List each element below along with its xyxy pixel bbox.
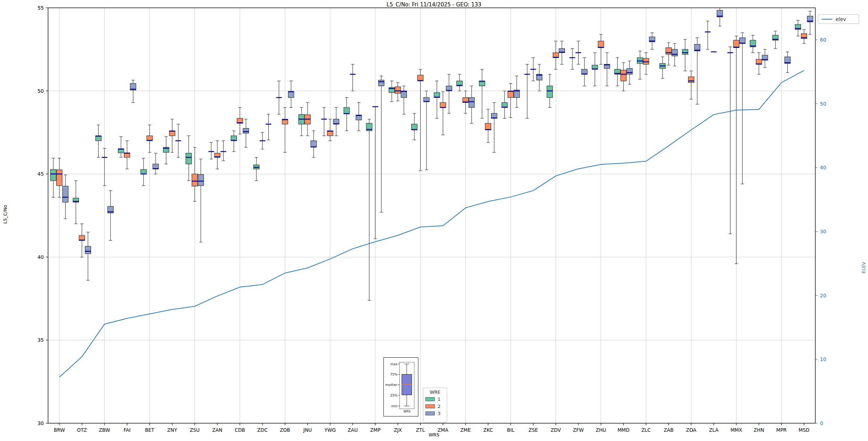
box-ZHU-wre2: [598, 41, 604, 48]
ytick-right-30: 30: [820, 229, 826, 234]
box-ZSU-wre3: [198, 175, 204, 186]
ytick-right-40: 40: [820, 165, 826, 170]
box-MMD-wre2: [621, 70, 626, 81]
box-BRW-wre2: [57, 170, 62, 186]
station-ZFW: [569, 41, 587, 86]
wre-legend: WRE 1 2 3: [423, 388, 447, 423]
box-ZMP-wre3: [378, 80, 384, 86]
ytick-left-40: 40: [37, 254, 44, 260]
station-FAI: [118, 80, 136, 169]
wre2-label: 2: [438, 404, 440, 409]
axes: 3035404550550102030405060BRWOTZZBWFAIBET…: [37, 5, 826, 433]
ytick-left-55: 55: [37, 5, 44, 11]
inset-whisker-cap-max: [404, 364, 409, 364]
box-ZME-wre3: [469, 97, 475, 107]
box-ZOA-wre1: [682, 49, 688, 54]
box-BIL-wre2: [508, 91, 513, 98]
wre3-label: 3: [438, 411, 440, 416]
elev-legend: elev: [818, 14, 859, 24]
inset-label-median: median: [376, 383, 397, 387]
box-ZTL-wre2: [418, 75, 423, 81]
wre-legend-item-2: 2: [425, 404, 445, 409]
station-ZHN: [750, 35, 768, 74]
wre1-label: 1: [438, 397, 440, 402]
box-ZOB-wre3: [288, 91, 294, 97]
elev-legend-label: elev: [836, 16, 846, 22]
ytick-right-10: 10: [820, 356, 826, 362]
inset-whisker-cap-min: [404, 406, 409, 406]
inset-label-min: min: [376, 404, 397, 408]
inset-tick: [398, 384, 399, 385]
box-OTZ-wre3: [85, 246, 91, 254]
ytick-right-0: 0: [820, 420, 823, 426]
station-OTZ: [73, 181, 91, 280]
station-ZAB: [660, 43, 678, 78]
wre-legend-item-1: 1: [425, 397, 445, 402]
station-MMD: [615, 58, 632, 91]
wre-legend-item-3: 3: [425, 411, 445, 416]
box-ZMA-wre2: [440, 102, 446, 107]
x-axis-label: WRS: [0, 432, 868, 437]
station-ZNY: [163, 119, 181, 164]
box-MMX-wre3: [739, 38, 745, 43]
box-CDB-wre3: [243, 128, 249, 133]
box-ZSU-wre1: [186, 153, 192, 164]
box-ZJX-wre3: [401, 91, 407, 98]
station-MSD: [795, 11, 813, 43]
elev-line-swatch: [822, 19, 832, 20]
box-JNU-wre3: [311, 141, 317, 147]
box-ZSU-wre2: [192, 174, 198, 186]
wre-legend-title: WRE: [425, 389, 445, 395]
ytick-right-50: 50: [820, 101, 826, 107]
inset-x-label: WRS: [399, 410, 414, 413]
station-ZKC: [479, 69, 497, 153]
station-MMX: [727, 33, 745, 264]
ytick-left-45: 45: [37, 171, 44, 177]
box-BRW-wre1: [51, 170, 56, 181]
box-ZDV-wre1: [547, 86, 553, 98]
inset-tick: [398, 374, 399, 374]
inset-label-75: 75%: [376, 373, 397, 376]
wre3-swatch: [425, 411, 435, 415]
ytick-left-35: 35: [37, 337, 44, 343]
inset-tick: [398, 364, 399, 364]
elev-line: [59, 70, 804, 377]
box-series: [51, 7, 813, 301]
wre2-swatch: [425, 404, 435, 408]
ytick-right-60: 60: [820, 37, 826, 43]
box-ZKC-wre2: [485, 123, 491, 130]
box-ZAB-wre2: [666, 48, 671, 54]
box-BET-wre1: [141, 170, 146, 174]
box-MMX-wre2: [733, 40, 739, 48]
y-axis-label-left: L5_C/No: [2, 193, 8, 236]
box-ZOA-wre2: [688, 77, 694, 83]
gridlines: [48, 8, 815, 423]
box-MMD-wre3: [627, 69, 632, 74]
wre1-swatch: [425, 397, 435, 401]
ytick-right-20: 20: [820, 293, 826, 298]
ytick-left-50: 50: [37, 88, 44, 94]
plot-frame: [48, 8, 815, 423]
station-ZSE: [524, 58, 542, 118]
station-JNU: [299, 102, 317, 157]
station-ZAN: [208, 141, 226, 169]
figure: L5_C/No: Fri 11/14/2025 - GEO: 133 30354…: [0, 0, 868, 441]
box-ZAB-wre3: [672, 49, 678, 56]
station-ZDC: [253, 114, 271, 181]
station-ZAU: [344, 64, 362, 131]
station-ZJX: [389, 81, 407, 114]
box-BRW-wre3: [63, 186, 68, 202]
inset-label-25: 25%: [376, 394, 397, 397]
boxplot-explainer-inset: max 75% median 25% min WRS: [383, 357, 418, 416]
y-axis-label-right: ELEV: [861, 246, 866, 289]
inset-tick: [398, 406, 399, 406]
box-ZAU-wre1: [344, 107, 350, 114]
inset-label-max: max: [376, 362, 397, 366]
inset-median-line: [402, 384, 412, 385]
ytick-left-30: 30: [37, 420, 44, 426]
box-ZJX-wre2: [395, 87, 401, 94]
station-ZTL: [412, 69, 429, 171]
plot-canvas: 3035404550550102030405060BRWOTZZBWFAIBET…: [0, 0, 868, 441]
station-ZMA: [434, 74, 452, 135]
box-ZTL-wre1: [412, 124, 417, 130]
